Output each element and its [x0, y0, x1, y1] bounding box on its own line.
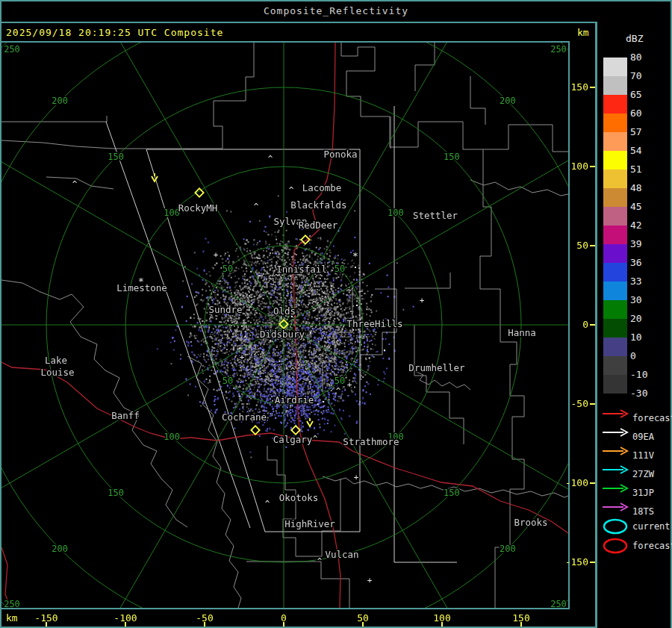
city-label: RockyMH: [178, 202, 218, 214]
map-line: [495, 322, 524, 608]
city-plus-icon: +: [354, 473, 359, 482]
map-line: [480, 149, 500, 322]
range-ring-label: 150: [444, 152, 460, 162]
bottom-axis: km -150-100-50050100150: [0, 609, 595, 626]
legend-label: 27ZW: [632, 469, 654, 479]
map-line: [46, 177, 113, 189]
city-plus-icon: +: [240, 352, 245, 362]
range-ring-label: 200: [52, 544, 68, 554]
dbz-swatch: [603, 57, 627, 76]
bottom-axis-tick: [46, 622, 47, 627]
city-plus-icon: +: [420, 296, 425, 305]
city-label: Louise: [40, 367, 74, 378]
bottom-axis-tick: [125, 622, 126, 627]
city-caret-icon: ^: [313, 434, 318, 444]
azimuth-spoke: [284, 325, 568, 534]
map-line: [1, 140, 113, 149]
dbz-scale-value: 30: [630, 294, 663, 306]
right-axis-value: 100: [564, 161, 588, 172]
radar-site-diamond-icon: [291, 426, 299, 434]
legend-arrow-icon: [601, 502, 631, 512]
bottom-axis-unit-label: km: [6, 612, 18, 624]
dbz-swatch: [603, 263, 627, 282]
right-axis-tick: [590, 166, 595, 167]
city-label: ThreeHills: [346, 318, 402, 329]
city-plus-icon: +: [367, 576, 373, 585]
range-ring-label: 100: [164, 432, 180, 442]
dbz-swatch: [603, 95, 627, 114]
range-ring-label: 50: [335, 376, 345, 386]
city-label: Hanna: [508, 327, 536, 338]
city-asterisk-icon: *: [352, 250, 358, 261]
bottom-axis-tick: [283, 622, 284, 627]
dbz-scale-value: 36: [630, 257, 663, 269]
legend-arrow-icon: [601, 408, 631, 419]
legend-ellipse-icon: [601, 517, 631, 536]
city-label: Vulcan: [325, 549, 358, 560]
map-line: [187, 356, 241, 608]
bottom-axis-tick: [520, 622, 522, 627]
map-line: [307, 421, 313, 426]
city-label: RedDeer: [299, 220, 338, 231]
dbz-swatch: [603, 282, 627, 300]
city-caret-icon: ^: [317, 556, 323, 566]
right-axis-value: 50: [564, 240, 588, 251]
map-line: [1, 116, 107, 122]
map-line: [414, 371, 470, 390]
right-axis-value: 150: [564, 81, 588, 93]
map-overlay: 5050505010010010010015015015015020020020…: [1, 43, 568, 608]
dbz-scale-value: 57: [630, 126, 663, 138]
map-line: [113, 43, 254, 149]
city-label: Airdrie: [275, 394, 314, 405]
bottom-axis-tick: [204, 622, 205, 627]
bottom-axis-tick: [362, 622, 364, 627]
dbz-scale-value: 45: [630, 201, 663, 213]
scale-title: dBZ: [626, 33, 643, 44]
dbz-scale-value: 42: [630, 220, 663, 231]
city-label: Cochrane: [222, 411, 267, 423]
right-axis-value: -50: [564, 398, 588, 409]
dbz-swatch: [603, 338, 627, 356]
city-caret-icon: ^: [289, 185, 294, 195]
map-line: [470, 76, 485, 125]
dbz-swatch: [603, 170, 627, 188]
city-caret-icon: ^: [268, 154, 273, 164]
city-label: Okotoks: [279, 492, 319, 503]
dbz-scale-value: 65: [630, 89, 663, 101]
city-plus-icon: +: [214, 250, 219, 260]
dbz-swatch: [603, 188, 627, 207]
dbz-swatch: [603, 244, 627, 263]
city-dot-icon: [384, 349, 385, 351]
map-line: [415, 43, 435, 91]
legend-label: forecast: [632, 541, 672, 551]
dbz-scale-value: 20: [630, 313, 663, 325]
legend-label: 31JP: [632, 488, 654, 498]
map-line: [246, 562, 349, 608]
window-title: Composite_Reflectivity: [0, 5, 672, 16]
range-ring-label: 250: [550, 599, 567, 608]
range-ring-label: 250: [4, 599, 20, 608]
dbz-swatch: [603, 375, 627, 394]
range-ring-label: 200: [52, 96, 68, 106]
azimuth-spoke: [75, 325, 284, 608]
city-label: Limestone: [116, 282, 167, 293]
range-ring-label: 150: [108, 152, 124, 162]
radar-site-diamond-icon: [251, 426, 259, 434]
range-ring-label: 100: [388, 208, 404, 218]
dbz-swatch: [603, 207, 627, 226]
dbz-swatch: [603, 300, 627, 319]
city-plus-icon: +: [347, 380, 352, 390]
dbz-scale-value: 60: [630, 108, 663, 119]
city-label: Drumheller: [408, 362, 465, 373]
legend-arrow-icon: [601, 427, 631, 438]
dbz-scale-value: 0: [630, 350, 663, 362]
city-label: Ponoka: [323, 149, 357, 160]
legend-label: 09EA: [632, 432, 654, 442]
city-label: Sundre: [208, 304, 242, 315]
city-label: Calgary: [273, 434, 313, 445]
city-label: Stettler: [413, 210, 458, 221]
range-ring-label: 50: [335, 264, 345, 274]
dbz-swatch: [603, 226, 627, 244]
right-axis-value: -100: [564, 477, 588, 488]
dbz-swatch: [603, 76, 627, 95]
